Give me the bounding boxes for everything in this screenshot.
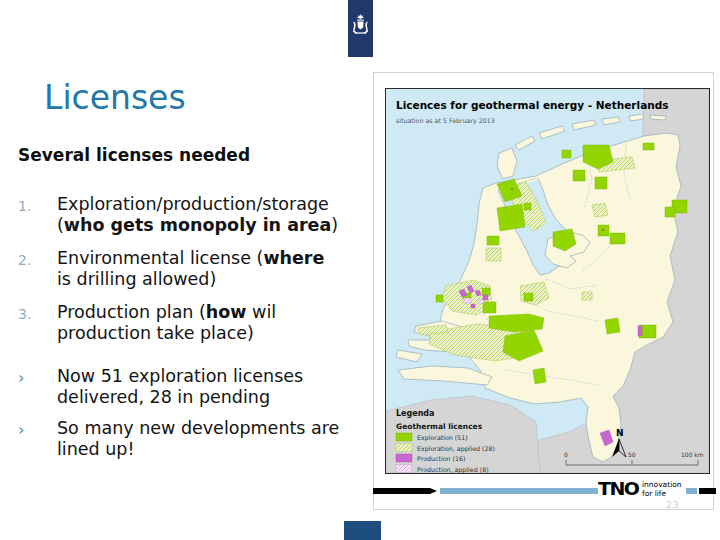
bullet-marker: ›: [18, 418, 57, 460]
bottom-ribbon: [344, 521, 381, 540]
list-item-number: 2.: [18, 248, 57, 290]
bullet-item-1: › Now 51 exploration licenses delivered,…: [18, 366, 384, 408]
legend-label: Exploration, applied (28): [417, 445, 495, 453]
legend-swatch-production: [396, 454, 412, 462]
scale-label-0: 0: [564, 451, 568, 458]
bullet-item-text: So many new developments are lined up!: [57, 418, 339, 460]
list-item-text: Production plan (how wil production take…: [57, 302, 276, 344]
north-label: N: [616, 428, 624, 438]
legend-label: Production (16): [417, 455, 465, 462]
rijksoverheid-logo: [348, 0, 373, 57]
bullet-marker: ›: [18, 366, 57, 408]
list-item-text: Exploration/production/storage (who gets…: [57, 194, 338, 236]
list-item-text: Environmental license (where is drilling…: [57, 248, 324, 290]
footer-bar-black-right: [699, 488, 716, 494]
legend-swatch-production-applied: [396, 465, 412, 473]
map-symbol-dot: [511, 188, 513, 190]
tno-logo: TNO: [598, 479, 639, 499]
list-item-1: 1. Exploration/production/storage (who g…: [18, 194, 380, 236]
legend-subheading: Geothermal licences: [396, 422, 483, 431]
legend-label: Production, applied (8): [417, 466, 489, 474]
footer-bar-black-left: [373, 488, 437, 494]
page-number: 23: [666, 500, 679, 510]
footer-bar-blue-left: [440, 488, 598, 494]
map-image: Licences for geothermal energy - Netherl…: [373, 72, 714, 510]
legend-swatch-exploration: [396, 433, 412, 441]
scale-label-50: 50: [628, 451, 636, 458]
map-subtitle: situation as at 5 February 2013: [396, 117, 495, 125]
map-symbol-dot: [602, 229, 604, 231]
scale-label-100km: 100 km: [681, 451, 704, 458]
netherlands-licence-map: Licences for geothermal energy - Netherl…: [386, 89, 709, 473]
slide-title: Licenses: [44, 78, 186, 117]
list-item-2: 2. Environmental license (where is drill…: [18, 248, 380, 290]
legend-label: Exploration (51): [417, 434, 468, 442]
bullet-list: › Now 51 exploration licenses delivered,…: [18, 366, 384, 470]
list-item-number: 3.: [18, 302, 57, 344]
bullet-item-text: Now 51 exploration licenses delivered, 2…: [57, 366, 303, 408]
slide-subtitle: Several licenses needed: [18, 145, 250, 165]
legend-heading: Legenda: [396, 409, 435, 418]
list-item-3: 3. Production plan (how wil production t…: [18, 302, 380, 344]
legend-swatch-exploration-applied: [396, 444, 412, 452]
numbered-list: 1. Exploration/production/storage (who g…: [18, 194, 380, 356]
footer-bar-blue-right: [686, 488, 697, 494]
coat-of-arms-icon: [352, 14, 369, 40]
map-title: Licences for geothermal energy - Netherl…: [396, 99, 668, 111]
list-item-number: 1.: [18, 194, 57, 236]
bullet-item-2: › So many new developments are lined up!: [18, 418, 384, 460]
map-frame: Licences for geothermal energy - Netherl…: [385, 88, 710, 474]
tno-tagline: innovation for life: [642, 481, 682, 498]
